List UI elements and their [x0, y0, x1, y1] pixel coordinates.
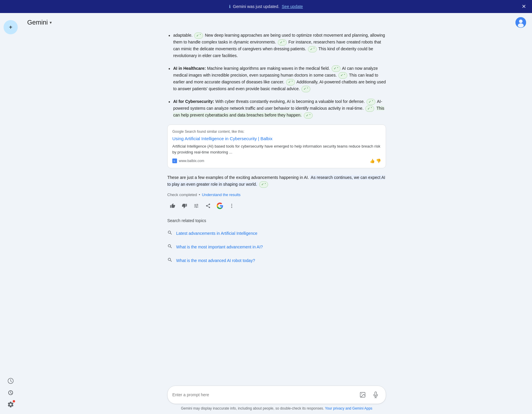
see-update-link[interactable]: See update — [282, 4, 303, 9]
info-icon: ℹ — [229, 4, 231, 9]
svg-point-2 — [519, 20, 523, 23]
chip-c2[interactable]: ✓ ˅ — [365, 106, 374, 112]
privacy-link[interactable]: Your privacy and Gemini Apps — [325, 406, 372, 410]
image-upload-button[interactable] — [357, 389, 368, 400]
search-icon-3 — [167, 257, 173, 264]
chip-h4[interactable]: ✓ ˅ — [301, 86, 310, 92]
share-icon — [205, 203, 211, 208]
topbar: Gemini ▾ — [21, 13, 532, 32]
thumb-down-card[interactable]: 👎 — [376, 159, 381, 163]
google-search-card: Google Search found similar content, lik… — [167, 124, 386, 168]
related-topics-title: Search related topics — [167, 218, 386, 223]
history-button[interactable] — [7, 389, 14, 396]
svg-point-8 — [231, 207, 232, 208]
related-topic-label-1: Latest advancements in Artificial Intell… — [176, 231, 257, 236]
google-search-snippet: Artificial Intelligence (AI) based tools… — [172, 143, 381, 155]
plus-icon: + — [9, 24, 12, 31]
thumbs-down-button[interactable] — [179, 200, 190, 211]
image-icon — [359, 392, 366, 398]
share-button[interactable] — [203, 200, 213, 211]
source-info: b www.balbix.com — [172, 159, 204, 163]
settings-button[interactable] — [7, 401, 14, 408]
new-chat-button[interactable]: + — [4, 20, 18, 34]
google-search-title[interactable]: Using Artificial Intelligence in Cyberse… — [172, 136, 381, 141]
separator: • — [199, 193, 200, 197]
action-buttons — [167, 200, 386, 211]
content-wrapper: adaptable. ✓ ˅ New deep learning approac… — [161, 32, 392, 392]
tune-button[interactable] — [191, 200, 202, 211]
chip-1[interactable]: ✓ ˅ — [194, 33, 203, 39]
closing-paragraph: These are just a few examples of the exc… — [167, 174, 386, 187]
history-icon — [7, 389, 14, 396]
check-completed-row: Check completed • Understand the results — [167, 193, 386, 197]
favicon-icon: b — [173, 159, 176, 162]
google-search-footer: b www.balbix.com 👍 👎 — [172, 159, 381, 163]
activity-icon — [7, 377, 14, 384]
footer-disclaimer: Gemini may display inaccurate info, incl… — [181, 406, 372, 410]
activity-button[interactable] — [7, 377, 14, 384]
thumbs-up-button[interactable] — [167, 200, 178, 211]
microphone-icon — [372, 392, 379, 398]
more-options-button[interactable] — [226, 200, 237, 211]
source-url: www.balbix.com — [179, 159, 204, 163]
bullet-list: adaptable. ✓ ˅ New deep learning approac… — [167, 32, 386, 119]
svg-text:b: b — [174, 160, 175, 162]
chip-c3[interactable]: ✓ ˅ — [304, 112, 313, 119]
chip-3[interactable]: ✓ ˅ — [308, 46, 317, 53]
related-topic-label-2: What is the most important advancement i… — [176, 245, 263, 249]
chip-2[interactable]: ✓ ˅ — [278, 39, 287, 46]
related-topic-item-1[interactable]: Latest advancements in Artificial Intell… — [167, 227, 386, 240]
settings-badge — [13, 400, 15, 402]
svg-point-7 — [231, 205, 232, 206]
understand-results-link[interactable]: Understand the results — [202, 193, 241, 197]
related-topics-section: Search related topics Latest advancement… — [167, 218, 386, 267]
google-search-button[interactable] — [215, 200, 225, 211]
input-area: Gemini may display inaccurate info, incl… — [21, 381, 532, 414]
source-favicon: b — [172, 159, 177, 163]
more-vert-icon — [229, 203, 234, 208]
svg-point-3 — [518, 23, 524, 28]
robotics-adaptable: adaptable. — [173, 33, 192, 38]
chip-h2[interactable]: ✓ ˅ — [338, 72, 347, 79]
search-icon-2 — [167, 244, 173, 250]
svg-point-6 — [231, 204, 232, 205]
chip-h3[interactable]: ✓ ˅ — [286, 79, 295, 85]
gemini-logo[interactable]: Gemini ▾ — [27, 19, 52, 26]
list-item-cybersecurity: AI for Cybersecurity: With cyber threats… — [167, 98, 386, 119]
thumbs-up-icon — [170, 203, 175, 208]
cybersecurity-text-1: With cyber threats constantly evolving, … — [215, 99, 365, 104]
search-icon-1 — [167, 230, 173, 237]
avatar-image — [515, 17, 526, 28]
sidebar: ☰ + — [0, 0, 21, 414]
related-topic-label-3: What is the most advanced AI robot today… — [176, 258, 255, 263]
footer-text: Gemini may display inaccurate info, incl… — [181, 406, 324, 410]
topbar-right — [515, 17, 526, 28]
user-avatar[interactable] — [515, 17, 526, 28]
related-topic-item-3[interactable]: What is the most advanced AI robot today… — [167, 254, 386, 267]
chip-h1[interactable]: ✓ ˅ — [332, 65, 340, 72]
chip-c1[interactable]: ✓ ˅ — [366, 99, 375, 105]
cybersecurity-heading: AI for Cybersecurity: — [173, 99, 214, 104]
thumb-up-card[interactable]: 👍 — [370, 159, 375, 163]
sidebar-bottom — [7, 377, 14, 408]
chip-closing[interactable]: ✓ ˅ — [259, 181, 268, 188]
update-banner: ℹ Gemini was just updated. See update ✕ — [0, 0, 532, 13]
thumbs-container: 👍 👎 — [370, 159, 381, 163]
tune-icon — [194, 203, 199, 208]
gemini-wordmark: Gemini — [27, 19, 48, 26]
prompt-input[interactable] — [172, 392, 355, 397]
healthcare-text-1: Machine learning algorithms are making w… — [207, 66, 330, 71]
input-container — [167, 386, 386, 404]
related-topic-item-2[interactable]: What is the most important advancement i… — [167, 240, 386, 254]
google-search-label: Google Search found similar content, lik… — [172, 130, 381, 134]
google-g-icon — [216, 202, 223, 209]
closing-text-start: These are just a few examples of the exc… — [167, 175, 309, 180]
svg-point-10 — [361, 393, 362, 394]
thumbs-down-icon — [182, 203, 187, 208]
microphone-button[interactable] — [370, 389, 381, 400]
main-content: adaptable. ✓ ˅ New deep learning approac… — [21, 13, 532, 414]
chevron-down-icon: ▾ — [50, 20, 52, 25]
banner-text: Gemini was just updated. — [233, 4, 279, 9]
list-item: adaptable. ✓ ˅ New deep learning approac… — [167, 32, 386, 59]
close-banner-button[interactable]: ✕ — [522, 3, 526, 10]
